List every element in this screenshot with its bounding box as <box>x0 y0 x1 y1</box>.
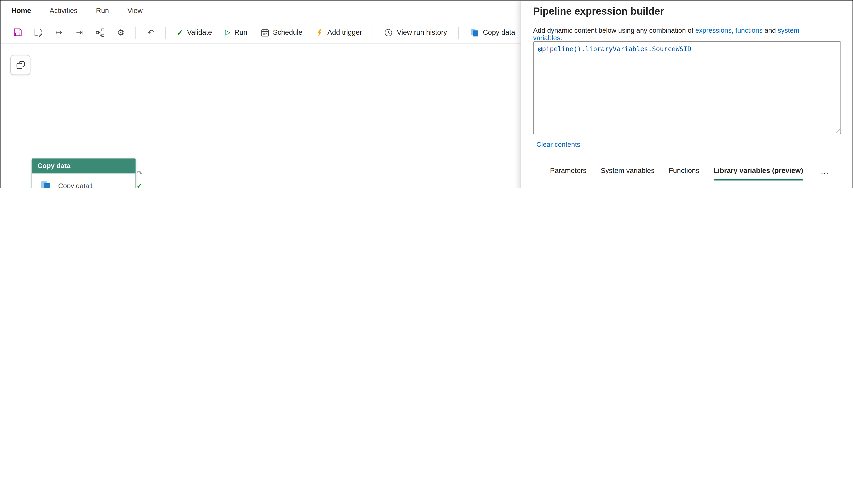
play-icon: ▷ <box>225 28 231 36</box>
settings-button[interactable]: ⚙ <box>112 24 129 40</box>
skip-connector-icon[interactable]: ↷ <box>137 169 142 177</box>
annotation-tool-button[interactable] <box>10 55 31 75</box>
auto-layout-button[interactable] <box>92 24 108 40</box>
save-button[interactable] <box>10 24 25 40</box>
menu-tab-activities[interactable]: Activities <box>50 6 77 15</box>
pipeline-editor: Home Activities Run View ↦ ⇥ <box>1 1 521 188</box>
toolbar-separator <box>165 26 166 38</box>
tab-functions[interactable]: Functions <box>669 166 699 179</box>
undo-icon: ↶ <box>147 28 154 36</box>
activity-body: Copy data1 <box>32 173 136 188</box>
description-and: and <box>763 26 778 34</box>
description-text: Add dynamic content below using any comb… <box>533 26 695 34</box>
save-as-button[interactable] <box>30 24 46 40</box>
activity-name: Copy data1 <box>58 182 93 188</box>
arrow-to-bar-icon: ⇥ <box>76 28 83 36</box>
copy-data-tool-icon <box>469 28 479 37</box>
ribbon-menubar: Home Activities Run View <box>1 1 521 21</box>
activity-connector-icons: ↷ ✓ ✕ <box>137 169 142 188</box>
expression-tabs: Parameters System variables Functions Li… <box>550 166 829 181</box>
copy-data-tool-label: Copy data <box>483 28 515 36</box>
clear-contents-link[interactable]: Clear contents <box>536 141 580 148</box>
more-tabs-button[interactable]: … <box>820 166 829 180</box>
panel-description: Add dynamic content below using any comb… <box>533 26 830 42</box>
expressions-link[interactable]: expressions, <box>695 26 733 34</box>
run-label: Run <box>234 28 247 36</box>
menu-tab-home[interactable]: Home <box>11 6 31 15</box>
save-as-icon <box>34 28 43 37</box>
tab-library-variables[interactable]: Library variables (preview) <box>713 166 803 181</box>
expression-builder-panel: Pipeline expression builder Add dynamic … <box>520 1 853 188</box>
schedule-button[interactable]: Schedule <box>256 24 307 40</box>
copy-data-tool-button[interactable]: Copy data <box>465 24 519 40</box>
clock-icon <box>384 28 393 37</box>
validate-check-icon: ✓ <box>177 28 183 37</box>
go-to-button[interactable]: ⇥ <box>71 24 88 40</box>
toolbar-separator <box>373 26 373 38</box>
menu-tab-view[interactable]: View <box>127 6 143 15</box>
copy-data-activity[interactable]: Copy data Copy data1 </> <box>32 158 136 188</box>
validate-button[interactable]: ✓ Validate <box>173 24 216 40</box>
panel-title: Pipeline expression builder <box>533 5 664 17</box>
add-trigger-button[interactable]: Add trigger <box>311 24 367 40</box>
sticky-notes-icon <box>15 60 25 70</box>
tab-parameters[interactable]: Parameters <box>550 166 587 179</box>
app-window: Home Activities Run View ↦ ⇥ <box>0 0 853 188</box>
lightning-icon <box>315 28 323 37</box>
toolbar-separator <box>458 26 458 38</box>
schedule-label: Schedule <box>273 28 302 36</box>
copy-data-icon <box>40 180 52 188</box>
view-run-history-button[interactable]: View run history <box>380 24 451 40</box>
add-trigger-label: Add trigger <box>327 28 362 36</box>
calendar-icon <box>260 28 269 37</box>
gear-icon: ⚙ <box>117 28 124 36</box>
activity-type-header: Copy data <box>32 159 136 173</box>
validate-label: Validate <box>187 28 212 36</box>
undo-button[interactable]: ↶ <box>143 24 159 40</box>
flow-layout-icon <box>96 28 104 37</box>
tab-system-variables[interactable]: System variables <box>601 166 655 179</box>
save-icon <box>13 28 22 37</box>
success-connector-icon[interactable]: ✓ <box>137 182 142 188</box>
ribbon-toolbar: ↦ ⇥ ⚙ ↶ ✓ Validate ▷ Run <box>1 21 521 44</box>
expression-editor[interactable]: @pipeline().libraryVariables.SourceWSID <box>533 41 841 134</box>
arrow-from-bar-icon: ↦ <box>55 28 62 36</box>
output-button[interactable]: ↦ <box>51 24 67 40</box>
pipeline-canvas[interactable]: Copy data Copy data1 </> <box>1 44 521 188</box>
functions-link[interactable]: functions <box>735 26 763 34</box>
menu-tab-run[interactable]: Run <box>96 6 109 15</box>
view-run-history-label: View run history <box>397 28 447 36</box>
run-button[interactable]: ▷ Run <box>221 24 252 40</box>
toolbar-separator <box>136 26 136 38</box>
